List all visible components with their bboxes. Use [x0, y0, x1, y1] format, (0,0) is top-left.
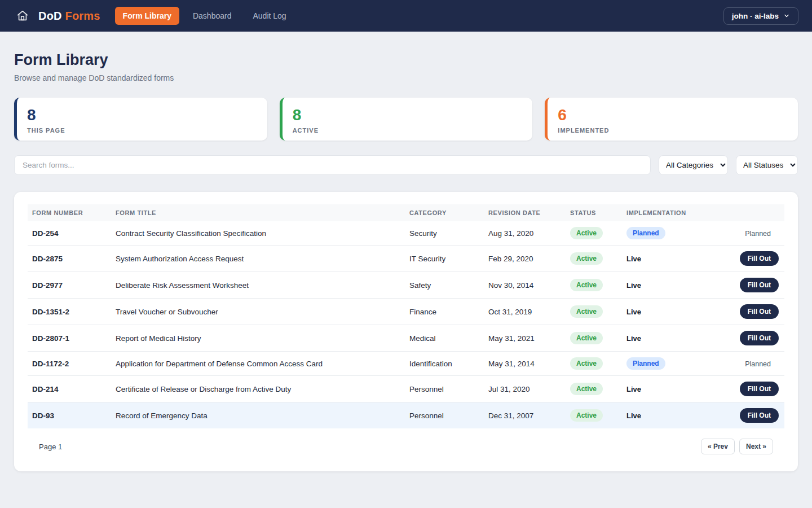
stat-card-this-page: 8 THIS PAGE [14, 98, 267, 141]
fill-out-button[interactable]: Fill Out [740, 382, 779, 396]
revision-date-cell: Feb 29, 2020 [484, 246, 566, 272]
status-badge: Active [570, 227, 603, 239]
table-row: DD-2977Deliberate Risk Assessment Worksh… [28, 272, 784, 299]
home-icon [16, 10, 29, 22]
status-badge: Active [570, 357, 603, 370]
status-cell: Active [566, 376, 622, 402]
table-body: DD-254Contract Security Classification S… [28, 221, 784, 428]
table-row: DD-254Contract Security Classification S… [28, 221, 784, 246]
table-row: DD-214Certificate of Release or Discharg… [28, 376, 784, 402]
brand-logo: DoD Forms [38, 10, 100, 23]
form-title-cell: Travel Voucher or Subvoucher [111, 299, 405, 325]
status-cell: Active [566, 352, 622, 376]
nav-item-dashboard[interactable]: Dashboard [185, 7, 240, 25]
form-title-cell: System Authorization Access Request [111, 246, 405, 272]
forms-table-card: FORM NUMBER FORM TITLE CATEGORY REVISION… [14, 192, 798, 471]
user-menu-label: john · ai-labs [732, 12, 779, 20]
category-cell: Finance [405, 299, 484, 325]
category-cell: Security [405, 221, 484, 246]
status-badge: Active [570, 252, 603, 265]
category-filter-select[interactable]: All Categories [659, 155, 728, 175]
category-cell: Medical [405, 325, 484, 352]
status-cell: Active [566, 299, 622, 325]
stat-label: IMPLEMENTED [558, 127, 788, 134]
status-badge: Active [570, 279, 603, 291]
action-cell: Fill Out [722, 402, 784, 429]
next-page-button[interactable]: Next » [739, 439, 773, 454]
status-cell: Active [566, 246, 622, 272]
category-cell: Personnel [405, 376, 484, 402]
fill-out-button[interactable]: Fill Out [740, 408, 779, 423]
nav-item-audit-log[interactable]: Audit Log [245, 7, 294, 25]
home-button[interactable] [14, 7, 32, 25]
user-menu-button[interactable]: john · ai-labs [723, 7, 798, 25]
implementation-cell: Planned [622, 352, 722, 376]
page-title: Form Library [14, 51, 798, 69]
table-row: DD-1351-2Travel Voucher or SubvoucherFin… [28, 299, 784, 325]
table-row: DD-93Record of Emergency DataPersonnelDe… [28, 402, 784, 429]
action-cell: Fill Out [722, 246, 784, 272]
implementation-cell: Planned [622, 221, 722, 246]
action-cell: Fill Out [722, 299, 784, 325]
col-header-form-number: FORM NUMBER [28, 204, 111, 221]
status-cell: Active [566, 402, 622, 429]
status-badge: Active [570, 409, 603, 422]
stat-card-active: 8 ACTIVE [280, 98, 533, 141]
implementation-cell: Live [622, 246, 722, 272]
stat-value: 6 [558, 107, 788, 124]
fill-out-button[interactable]: Fill Out [740, 278, 779, 292]
brand-dod: DoD [38, 10, 62, 22]
chevron-down-icon [783, 12, 790, 19]
form-number-cell: DD-254 [28, 221, 111, 246]
status-cell: Active [566, 221, 622, 246]
fill-out-button[interactable]: Fill Out [740, 251, 779, 266]
form-title-cell: Certificate of Release or Discharge from… [111, 376, 405, 402]
col-header-implementation: IMPLEMENTATION [622, 204, 722, 221]
table-header: FORM NUMBER FORM TITLE CATEGORY REVISION… [28, 204, 784, 221]
status-badge: Active [570, 332, 603, 344]
category-cell: Identification [405, 352, 484, 376]
status-filter-select[interactable]: All Statuses [736, 155, 798, 175]
revision-date-cell: Jul 31, 2020 [484, 376, 566, 402]
stat-label: THIS PAGE [27, 127, 257, 134]
fill-out-button[interactable]: Fill Out [740, 331, 779, 345]
forms-table: FORM NUMBER FORM TITLE CATEGORY REVISION… [28, 204, 784, 428]
fill-out-button[interactable]: Fill Out [740, 304, 779, 319]
implementation-live-label: Live [626, 385, 641, 393]
revision-date-cell: Oct 31, 2019 [484, 299, 566, 325]
form-number-cell: DD-214 [28, 376, 111, 402]
search-input[interactable] [14, 155, 651, 175]
action-cell: Fill Out [722, 376, 784, 402]
revision-date-cell: Nov 30, 2014 [484, 272, 566, 299]
action-cell: Planned [722, 352, 784, 376]
status-badge: Active [570, 383, 603, 395]
implementation-live-label: Live [626, 411, 641, 420]
action-cell: Fill Out [722, 272, 784, 299]
stat-label: ACTIVE [293, 127, 523, 134]
revision-date-cell: Aug 31, 2020 [484, 221, 566, 246]
category-cell: Personnel [405, 402, 484, 429]
nav-item-form-library[interactable]: Form Library [115, 7, 179, 25]
form-title-cell: Report of Medical History [111, 325, 405, 352]
status-cell: Active [566, 272, 622, 299]
stat-value: 8 [293, 107, 523, 124]
table-row: DD-1172-2Application for Department of D… [28, 352, 784, 376]
implementation-planned-badge: Planned [626, 357, 665, 370]
table-row: DD-2807-1Report of Medical HistoryMedica… [28, 325, 784, 352]
stat-value: 8 [27, 107, 257, 124]
form-number-cell: DD-2807-1 [28, 325, 111, 352]
implementation-live-label: Live [626, 255, 641, 263]
implementation-cell: Live [622, 402, 722, 429]
brand-forms: Forms [65, 10, 100, 22]
revision-date-cell: May 31, 2021 [484, 325, 566, 352]
filters-row: All Categories All Statuses [14, 155, 798, 175]
form-title-cell: Deliberate Risk Assessment Worksheet [111, 272, 405, 299]
page-subtitle: Browse and manage DoD standardized forms [14, 73, 798, 82]
status-cell: Active [566, 325, 622, 352]
prev-page-button[interactable]: « Prev [701, 439, 735, 454]
implementation-planned-badge: Planned [626, 227, 665, 239]
form-title-cell: Contract Security Classification Specifi… [111, 221, 405, 246]
action-planned-label: Planned [745, 230, 779, 238]
col-header-revision-date: REVISION DATE [484, 204, 566, 221]
col-header-category: CATEGORY [405, 204, 484, 221]
